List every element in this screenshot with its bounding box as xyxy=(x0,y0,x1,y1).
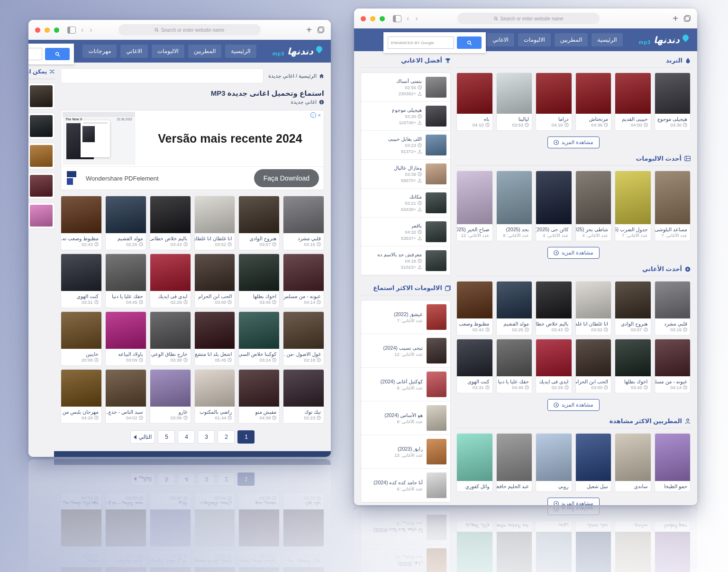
nav-item[interactable]: مهرجانات xyxy=(82,45,117,58)
song-card[interactable]: حقك عليا يا دنيا 04:45 xyxy=(105,254,146,308)
maximize-window-button[interactable] xyxy=(380,16,385,21)
song-card[interactable]: الحب ابن الحرام 03:00 xyxy=(575,339,612,393)
song-card[interactable]: مظبوط وصعب ته... 02:43 xyxy=(456,281,493,336)
back-button[interactable]: ‹ xyxy=(406,15,410,22)
nav-item[interactable]: الالبومات xyxy=(518,33,551,46)
best-song-row[interactable]: اللى يقابل حبيبى 03:23 +91372 xyxy=(361,131,450,160)
ad-info-icon[interactable]: i xyxy=(310,112,316,118)
song-card[interactable]: كنت الهوى 03:31 xyxy=(61,254,102,308)
album-card[interactable]: صباح الخير (2025) عدد الأغاني: 12 xyxy=(456,171,493,241)
sidebar-toggle-icon[interactable] xyxy=(393,15,401,22)
song-card[interactable]: كنت الهوى 03:31 xyxy=(456,339,493,393)
song-card[interactable]: باليم خلاص خطانى 03:43 xyxy=(150,196,191,250)
nav-item[interactable]: المطربين xyxy=(555,33,588,46)
artist-card[interactable]: عبد الحليم حافظ xyxy=(496,433,533,492)
site-search-button[interactable] xyxy=(457,36,482,49)
song-card[interactable]: اخوك بطلها 03:46 xyxy=(238,254,280,308)
ad-cta-button[interactable]: Faça Download xyxy=(254,169,319,187)
artist-card[interactable]: ساندى xyxy=(615,433,651,492)
forward-button[interactable]: › xyxy=(89,26,93,34)
top-album-row[interactable]: هو الأساس (2024) عدد الأغاني: 8 xyxy=(361,401,450,435)
page-number[interactable]: 4 xyxy=(178,430,195,444)
suggested-item[interactable] xyxy=(28,83,55,109)
close-window-button[interactable] xyxy=(361,16,366,21)
suggested-item[interactable] xyxy=(28,143,55,169)
song-card[interactable]: مولد الفشيم 02:25 xyxy=(496,281,533,336)
suggested-item[interactable] xyxy=(28,202,55,229)
trending-song-card[interactable]: باه 04:10 xyxy=(456,73,493,131)
nav-item[interactable]: الاغاني xyxy=(487,33,514,46)
back-button[interactable]: ‹ xyxy=(80,26,84,34)
artist-card[interactable]: حمو الطيخا xyxy=(655,433,691,492)
site-logo[interactable]: دندنها mp3 xyxy=(639,35,689,45)
song-card[interactable]: غول الاصول -من ... 03:18 xyxy=(283,311,324,366)
song-card[interactable]: اشغل بلد انا متشغ... 05:45 xyxy=(194,311,236,366)
album-card[interactable]: جدول الضرب (25... عدد الأغاني: 7 xyxy=(615,171,651,241)
site-search-button[interactable] xyxy=(45,48,70,60)
suggested-item[interactable] xyxy=(28,113,55,139)
site-search-input[interactable] xyxy=(28,48,42,60)
album-card[interactable]: كائن حى (2025) عدد الأغاني: 4 xyxy=(536,171,572,241)
nav-item[interactable]: المطربين xyxy=(188,45,222,58)
song-card[interactable]: قلبي مشرد 03:15 xyxy=(655,281,691,336)
see-more-button[interactable]: مشاهدة المزيد xyxy=(547,247,599,259)
nav-item[interactable]: الاغاني xyxy=(120,45,147,58)
song-card[interactable]: مفيش منو 04:38 xyxy=(238,369,280,424)
artist-card[interactable]: وائل كفوري xyxy=(456,433,493,492)
address-bar[interactable]: Search or enter website name xyxy=(457,13,600,24)
song-card[interactable]: ايدى فى ايديك 02:29 xyxy=(150,254,191,308)
song-card[interactable]: اخوك بطلها 03:46 xyxy=(615,339,651,393)
song-card[interactable]: مظبوط وصعب ته... 02:43 xyxy=(61,196,102,250)
suggested-item[interactable] xyxy=(28,173,55,199)
song-card[interactable]: سيد الناس - جدع... 04:02 xyxy=(105,369,146,424)
new-tab-button[interactable]: + xyxy=(306,25,312,35)
minimize-window-button[interactable] xyxy=(370,16,375,21)
tab-overview-icon[interactable] xyxy=(684,15,691,22)
song-card[interactable]: هنروح الوادى 03:57 xyxy=(238,196,280,250)
page-search-box[interactable] xyxy=(61,68,264,83)
trending-song-card[interactable]: حبيبى القديم 04:00 xyxy=(615,73,651,131)
artist-card[interactable]: روبي xyxy=(536,433,572,492)
next-page-button[interactable]: التالي xyxy=(130,430,155,444)
song-card[interactable]: مهرجان بلبس من .... 04:20 xyxy=(61,369,102,424)
song-card[interactable]: الحب ابن الحرام 03:00 xyxy=(194,254,236,308)
breadcrumb[interactable]: الرئيسية / اغاني جديدة xyxy=(268,73,324,79)
nav-item[interactable]: الالبومات xyxy=(152,45,184,58)
song-card[interactable]: ايدى فى ايديك 02:29 xyxy=(536,339,572,393)
new-tab-button[interactable]: + xyxy=(673,14,678,23)
site-search-input[interactable] xyxy=(388,36,454,49)
best-song-row[interactable]: معرفش حد بالاسم ده 04:16 +51023 xyxy=(361,246,450,275)
see-more-button[interactable]: مشاهدة المزيد xyxy=(547,399,599,411)
page-number[interactable]: 2 xyxy=(218,430,235,444)
song-card[interactable]: حقك عليا يا دنيا 04:45 xyxy=(496,339,533,393)
ad-close-icon[interactable]: × xyxy=(318,113,321,118)
see-more-button[interactable]: مشاهدة المزيد xyxy=(547,498,599,505)
top-album-row[interactable]: كوكتيل أغانى (2024) عدد الأغاني: 8 xyxy=(361,368,450,401)
song-card[interactable]: باليم خلاص خطانى 03:43 xyxy=(536,281,572,336)
song-card[interactable]: كوكبنا خلاص السي... 03:24 xyxy=(238,311,280,366)
page-number[interactable]: 5 xyxy=(158,430,175,444)
song-card[interactable]: راضي بالمكتوب 01:44 xyxy=(194,369,236,424)
song-card[interactable]: عيونه - من مسلس... 04:14 xyxy=(283,254,324,308)
see-more-button[interactable]: مشاهدة المزيد xyxy=(547,136,599,148)
trending-song-card[interactable]: مرتحتاش 04:36 xyxy=(575,73,612,131)
best-song-row[interactable]: ومازال عاليال 03:39 +65670 xyxy=(361,160,450,189)
trending-song-card[interactable]: هيجيلى موجوع 03:30 xyxy=(655,73,691,131)
top-album-row[interactable]: أنا جامد كده كده (2024) عدد الأغاني: 6 xyxy=(361,469,450,502)
top-album-row[interactable]: عيشق (2022) عدد الأغاني: 7 xyxy=(361,300,450,334)
minimize-window-button[interactable] xyxy=(45,27,50,33)
page-number[interactable]: 3 xyxy=(198,430,215,444)
album-card[interactable]: مساعد البلوشى (5... عدد الأغاني: 7 xyxy=(655,171,691,241)
song-card[interactable]: ياولاد البياعه 03:09 xyxy=(105,311,146,366)
best-song-row[interactable]: بتمنى أنساك 02:55 +230392 xyxy=(361,73,450,102)
album-card[interactable]: بجد (2025) عدد الأغاني: 8 xyxy=(496,171,533,241)
album-card[interactable]: شاطى بحر (2025) عدد الأغاني: 4 xyxy=(575,171,612,241)
best-song-row[interactable]: ياقمر 04:32 +53537 xyxy=(361,218,450,246)
top-album-row[interactable]: تيجى نسيب (2024) عدد الأغاني: 12 xyxy=(361,334,450,368)
tab-overview-icon[interactable] xyxy=(318,27,324,33)
address-bar[interactable]: Search or enter website name xyxy=(118,24,261,36)
best-song-row[interactable]: هيجيلى موجوع 03:30 +116740 xyxy=(361,102,450,131)
song-card[interactable]: قلبي مشرد 03:15 xyxy=(283,196,324,250)
song-card[interactable]: تيك توك 02:23 xyxy=(283,369,324,424)
song-card[interactable]: انا غلطان انا غلطان 03:52 xyxy=(575,281,612,336)
